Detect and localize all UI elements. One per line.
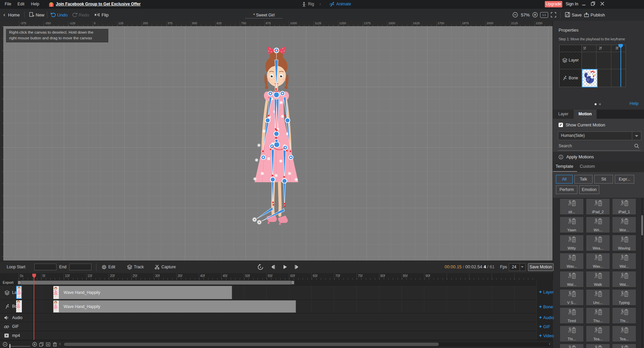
scroll-left-chevron[interactable]: ‹: [59, 341, 61, 346]
zoom-in-icon[interactable]: [532, 12, 538, 19]
flip-button[interactable]: Flip: [102, 12, 109, 17]
home-button[interactable]: Home: [8, 12, 20, 17]
filter-all[interactable]: All: [556, 175, 573, 184]
edit-button[interactable]: Edit: [108, 265, 115, 269]
actual-size-button[interactable]: 1:1: [540, 12, 548, 18]
timeline-zoom-in-icon[interactable]: [32, 342, 37, 348]
motion-item[interactable]: Walk: [586, 271, 610, 287]
filter-talk[interactable]: Talk: [574, 175, 593, 184]
motion-item[interactable]: Wav...: [586, 253, 610, 269]
new-button[interactable]: New: [36, 12, 44, 17]
previous-frame-icon[interactable]: [270, 264, 276, 271]
motion-item[interactable]: Wor...: [612, 217, 636, 233]
capture-button[interactable]: Capture: [161, 265, 176, 269]
motion-item[interactable]: Thr...: [612, 307, 636, 324]
menu-edit[interactable]: Edit: [17, 2, 25, 6]
motion-item[interactable]: Unc...: [586, 289, 610, 306]
export-range-end-handle[interactable]: [291, 281, 294, 284]
timeline-hscrollbar[interactable]: [63, 342, 552, 346]
timeline-zoom-out-icon[interactable]: [3, 342, 8, 348]
loop-start-input[interactable]: [34, 264, 56, 270]
bone-motion-clip[interactable]: Wave Hand_Happily: [53, 300, 296, 313]
motion-item[interactable]: Tea...: [612, 325, 636, 342]
timeline-zoom-handle[interactable]: [9, 344, 10, 348]
motion-item[interactable]: Wal...: [612, 271, 636, 287]
fps-dropdown[interactable]: 24: [509, 263, 526, 271]
filter-emotion[interactable]: Emotion: [579, 185, 599, 194]
mode-tab-animate[interactable]: Animate: [336, 2, 351, 6]
search-icon[interactable]: [634, 144, 639, 150]
stage-canvas[interactable]: Right-click the canvas to deselect. Hold…: [3, 26, 553, 261]
filter-sit[interactable]: Sit: [594, 175, 613, 184]
show-current-motion-checkbox[interactable]: ✓: [559, 123, 563, 127]
play-icon[interactable]: [282, 264, 288, 271]
subtab-custom[interactable]: Custom: [580, 164, 595, 169]
motion-item[interactable]: [586, 344, 610, 348]
filter-perform[interactable]: Perform: [556, 185, 577, 194]
add-audio-button[interactable]: +Audio: [539, 315, 554, 320]
tab-layer[interactable]: Layer: [553, 110, 574, 119]
mini-playhead-handle[interactable]: [618, 44, 623, 48]
motion-item[interactable]: Wav...: [560, 253, 584, 269]
grid-scrollbar-handle[interactable]: [641, 215, 643, 235]
add-gif-button[interactable]: +GIF: [539, 324, 550, 329]
mode-tab-rig[interactable]: Rig: [308, 2, 314, 6]
bone-keyframe-thumbnail[interactable]: [582, 69, 598, 87]
export-range-start-handle[interactable]: [18, 281, 21, 284]
fps-dropdown-button[interactable]: [520, 264, 525, 271]
subtab-template[interactable]: Template: [556, 164, 573, 169]
restore-button[interactable]: [589, 1, 597, 7]
add-bone-button[interactable]: +Bone: [539, 304, 553, 309]
tab-motion[interactable]: Motion: [574, 110, 597, 119]
motion-item[interactable]: Thi...: [560, 325, 584, 342]
save-motion-button[interactable]: Save Motion: [528, 263, 554, 271]
facebook-promo-link[interactable]: Join Facebook Group to Get Exclusive Off…: [56, 2, 141, 6]
save-button[interactable]: Save: [572, 12, 582, 17]
motion-item[interactable]: [560, 344, 584, 348]
help-link[interactable]: Help: [630, 101, 639, 106]
next-frame-icon[interactable]: [294, 264, 300, 271]
scroll-right-chevron[interactable]: ›: [549, 341, 551, 346]
motion-item[interactable]: Yawn: [560, 217, 584, 233]
redo-button[interactable]: Redo: [79, 12, 89, 17]
bone-track-thumbnail[interactable]: [16, 300, 22, 312]
fit-screen-icon[interactable]: [551, 12, 556, 19]
page-dot-active[interactable]: [595, 103, 597, 105]
keyframe-mini-timeline[interactable]: Layer Bone 1f 2f 3f: [559, 45, 626, 87]
motion-item[interactable]: Wal...: [612, 253, 636, 269]
add-frame-icon[interactable]: [46, 342, 51, 348]
upgrade-button[interactable]: Upgrade: [545, 1, 562, 7]
minimize-button[interactable]: [580, 1, 588, 7]
motion-item[interactable]: Typing: [612, 289, 636, 306]
sign-in-button[interactable]: Sign In: [566, 2, 578, 6]
menu-help[interactable]: Help: [31, 2, 39, 6]
motion-item[interactable]: Wri...: [586, 217, 610, 233]
page-dot[interactable]: [599, 103, 601, 105]
timeline-ruler[interactable]: 0s5f10f15f20f25f30f35f40f45f50f55f60f65f…: [0, 273, 553, 280]
loop-end-input[interactable]: [69, 264, 91, 270]
motion-item[interactable]: iPad_2: [586, 198, 610, 215]
undo-button[interactable]: Undo: [57, 12, 68, 17]
add-video-button[interactable]: +Video: [539, 333, 554, 338]
character-sweet-girl[interactable]: [247, 44, 308, 234]
motion-item[interactable]: Tired: [560, 307, 584, 324]
motion-item[interactable]: Witty: [560, 235, 584, 251]
dropdown-button[interactable]: [632, 132, 641, 140]
trash-icon[interactable]: [52, 342, 58, 348]
filter-expr[interactable]: Expr...: [615, 175, 634, 184]
timeline-zoom-slider[interactable]: [9, 346, 30, 347]
info-icon[interactable]: [559, 155, 564, 161]
motion-item[interactable]: sit...: [560, 198, 584, 215]
duplicate-icon[interactable]: [39, 342, 44, 348]
motion-item[interactable]: Thu...: [586, 307, 610, 324]
track-button[interactable]: Track: [134, 265, 144, 269]
export-range-bar[interactable]: [17, 280, 295, 285]
publish-button[interactable]: Publish: [591, 12, 605, 17]
menu-file[interactable]: File: [5, 2, 11, 6]
grid-scrollbar[interactable]: [641, 198, 643, 348]
motion-item[interactable]: Wea...: [586, 235, 610, 251]
motion-item[interactable]: iPad_1: [612, 198, 636, 215]
layer-track-thumbnail[interactable]: [16, 286, 22, 299]
motion-item[interactable]: [612, 344, 636, 348]
layer-motion-clip[interactable]: Wave Hand_Happily: [53, 286, 232, 299]
